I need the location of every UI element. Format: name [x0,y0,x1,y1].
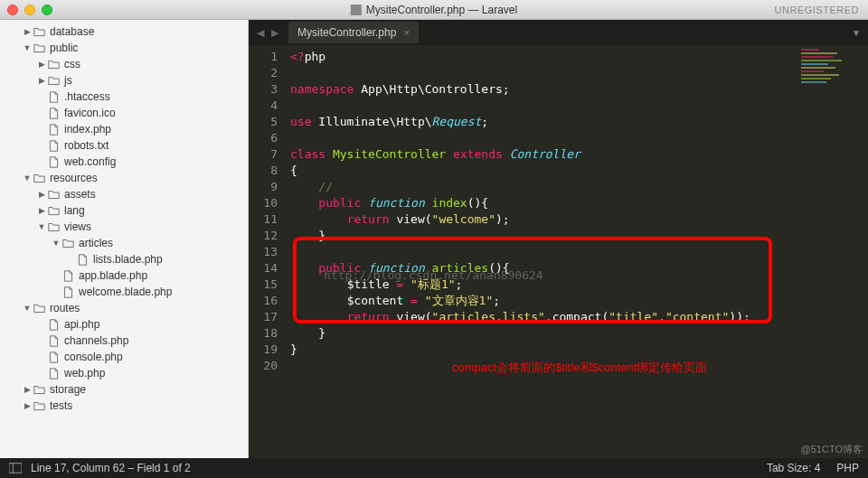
folder-icon [47,205,61,217]
tree-item[interactable]: .htaccess [0,89,248,105]
arrow-down-icon[interactable]: ▼ [51,239,61,248]
tree-item-label: channels.php [64,334,128,347]
folder-icon [47,75,61,87]
arrow-down-icon[interactable]: ▼ [22,304,33,313]
arrow-right-icon[interactable]: ▶ [22,27,33,36]
tree-item[interactable]: ▶assets [0,186,248,202]
tree-item-label: routes [50,302,80,314]
nav-forward-icon[interactable]: ▶ [269,25,281,41]
window-title: MysiteController.php — Laravel [351,4,517,16]
panel-icon[interactable] [9,463,22,473]
tree-item[interactable]: favicon.ico [0,105,248,121]
tree-item-label: welcome.blade.php [79,286,172,298]
tree-item[interactable]: ▶css [0,56,248,72]
tree-item-label: assets [64,188,96,201]
tree-item-label: app.blade.php [79,269,147,282]
tree-item-label: index.php [64,123,111,136]
arrow-right-icon[interactable]: ▶ [22,401,33,410]
tree-item-label: css [64,58,80,70]
tree-item[interactable]: ▶tests [0,398,248,414]
tree-item[interactable]: ▼public [0,40,248,56]
tree-item-label: articles [79,237,113,249]
tree-item-label: console.php [64,351,123,363]
tree-item-label: views [64,220,91,233]
syntax-mode[interactable]: PHP [836,462,859,474]
file-icon [47,335,61,347]
tree-item[interactable]: welcome.blade.php [0,284,248,300]
arrow-right-icon[interactable]: ▶ [36,60,47,69]
close-icon[interactable] [7,5,18,15]
arrow-right-icon[interactable]: ▶ [36,206,47,215]
file-icon [47,91,61,103]
arrow-right-icon[interactable]: ▶ [36,76,47,85]
tab-active[interactable]: MysiteController.php × [288,22,419,43]
arrow-right-icon[interactable]: ▶ [36,190,47,199]
tree-item[interactable]: ▼resources [0,170,248,186]
tree-item-label: api.php [64,318,99,331]
title-text: MysiteController.php — Laravel [366,4,517,16]
tab-bar: ◀ ▶ MysiteController.php × ▼ [249,20,868,45]
tab-dropdown-icon[interactable]: ▼ [852,28,861,38]
tree-item-label: database [50,25,94,38]
tree-item[interactable]: index.php [0,121,248,137]
tree-item[interactable]: lists.blade.php [0,251,248,267]
tree-item[interactable]: ▶lang [0,202,248,219]
arrow-right-icon[interactable]: ▶ [22,385,33,394]
arrow-down-icon[interactable]: ▼ [22,173,33,183]
svg-rect-0 [353,5,360,14]
file-icon [351,5,362,15]
tree-item-label: lists.blade.php [93,253,163,266]
tree-item[interactable]: app.blade.php [0,267,248,284]
arrow-down-icon[interactable]: ▼ [36,222,47,231]
file-icon [47,319,61,331]
cursor-position[interactable]: Line 17, Column 62 – Field 1 of 2 [31,462,191,474]
tree-item[interactable]: robots.txt [0,137,248,154]
file-icon [47,140,61,152]
folder-icon [33,384,46,396]
tree-item-label: robots.txt [64,139,108,152]
file-icon [61,270,75,282]
tree-item[interactable]: ▶database [0,23,248,40]
file-icon [47,368,61,380]
folder-icon [33,42,46,54]
file-icon [47,124,61,136]
tree-item[interactable]: ▶js [0,72,248,89]
folder-icon [33,400,46,412]
maximize-icon[interactable] [42,5,52,15]
arrow-down-icon[interactable]: ▼ [22,43,33,52]
nav-back-icon[interactable]: ◀ [254,25,267,41]
tree-item-label: public [50,42,78,54]
unregistered-label: UNREGISTERED [775,5,859,15]
sidebar[interactable]: ▶database▼public▶css▶js.htaccessfavicon.… [0,20,249,458]
minimap[interactable] [801,49,855,112]
folder-icon [47,189,61,201]
corner-watermark: @51CTO博客 [801,443,863,456]
tree-item[interactable]: ▼views [0,219,248,235]
tree-item[interactable]: api.php [0,316,248,333]
svg-rect-1 [9,464,22,473]
tree-item-label: favicon.ico [64,107,116,119]
tree-item[interactable]: ▼routes [0,300,248,316]
folder-icon [33,303,46,314]
tree-item[interactable]: ▶storage [0,381,248,398]
tab-nav: ◀ ▶ [254,25,281,41]
tree-item[interactable]: web.php [0,365,248,381]
file-icon [47,351,61,363]
tree-item-label: web.php [64,367,105,380]
folder-icon [61,238,75,249]
file-icon [76,254,90,266]
tree-item[interactable]: web.config [0,154,248,170]
close-icon[interactable]: × [403,27,409,38]
file-icon [47,108,61,119]
titlebar: MysiteController.php — Laravel UNREGISTE… [0,0,868,20]
code-content[interactable]: <?php namespace App\Http\Controllers; us… [285,45,868,458]
tree-item[interactable]: ▼articles [0,235,248,251]
tree-item-label: js [64,74,72,87]
code-area[interactable]: 1234567891011121314151617181920 <?php na… [249,45,868,458]
tab-size[interactable]: Tab Size: 4 [767,462,820,474]
tree-item[interactable]: channels.php [0,333,248,349]
tree-item[interactable]: console.php [0,349,248,365]
tree-item-label: web.config [64,155,116,168]
minimize-icon[interactable] [24,5,35,15]
file-icon [61,286,75,298]
